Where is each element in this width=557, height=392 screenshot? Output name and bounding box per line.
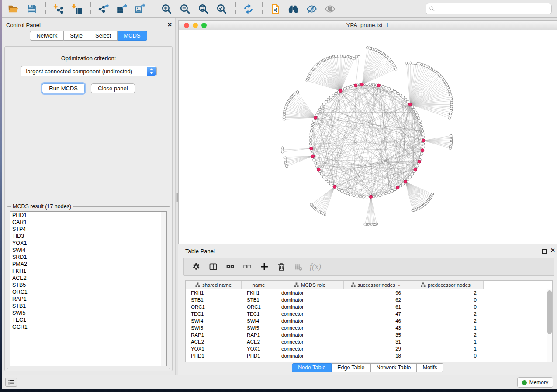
mcds-result-item[interactable]: STP4	[10, 226, 166, 233]
mcds-result-item[interactable]: SWI5	[10, 309, 166, 316]
export-network-icon[interactable]	[97, 3, 109, 15]
panel-splitter[interactable]	[175, 18, 178, 375]
cell-MCDS-role[interactable]: dominator	[276, 317, 344, 324]
cell-predecessor-nodes[interactable]: 2	[408, 289, 484, 296]
mcds-result-item[interactable]: YOX1	[10, 240, 166, 247]
mcds-result-item[interactable]: FKH1	[10, 268, 166, 275]
zoom-selected-icon[interactable]	[215, 3, 228, 15]
mcds-result-item[interactable]: RAP1	[10, 296, 166, 303]
cell-successor-nodes[interactable]: 35	[344, 331, 408, 338]
cell-predecessor-nodes[interactable]: 0	[408, 296, 484, 303]
save-icon[interactable]	[25, 3, 38, 15]
mcds-result-item[interactable]: PHD1	[10, 212, 166, 219]
network-canvas[interactable]	[178, 30, 557, 244]
table-row[interactable]: ORC1ORC1dominator610	[186, 303, 552, 310]
maximize-traffic-light-icon[interactable]	[201, 23, 207, 28]
optimization-criterion-dropdown[interactable]: largest connected component (undirected)	[21, 66, 157, 76]
tab-style[interactable]: Style	[64, 31, 89, 41]
tab-node-table[interactable]: Node Table	[292, 363, 332, 372]
cell-shared-name[interactable]: ACE2	[186, 338, 242, 345]
cell-shared-name[interactable]: SWI5	[186, 324, 242, 331]
open-folder-icon[interactable]	[7, 3, 19, 15]
mcds-result-item[interactable]: GCR1	[10, 323, 166, 330]
cell-shared-name[interactable]: FKH1	[186, 289, 242, 296]
table-row[interactable]: FKH1FKH1dominator962	[186, 289, 552, 296]
cell-MCDS-role[interactable]: connector	[276, 310, 344, 317]
table-scrollbar-thumb[interactable]	[547, 290, 552, 334]
cell-name[interactable]: STB1	[242, 296, 276, 303]
network-window-titlebar[interactable]: YPA_prune.txt_1	[178, 20, 557, 30]
cell-predecessor-nodes[interactable]: 2	[408, 317, 484, 324]
select-all-icon[interactable]	[225, 261, 235, 272]
cell-name[interactable]: PHD1	[242, 352, 276, 359]
mcds-result-item[interactable]: STB1	[10, 303, 166, 309]
cell-name[interactable]: ORC1	[242, 303, 276, 310]
memory-button[interactable]: Memory	[517, 377, 553, 388]
task-history-button[interactable]	[5, 378, 17, 387]
cell-name[interactable]: ACE2	[242, 338, 276, 345]
column-header-successor-nodes[interactable]: successor nodes⌄	[344, 281, 408, 289]
cell-name[interactable]: SWI4	[242, 317, 276, 324]
mcds-result-item[interactable]: SRD1	[10, 254, 166, 261]
cell-successor-nodes[interactable]: 29	[344, 345, 408, 352]
cell-shared-name[interactable]: YOX1	[186, 345, 242, 352]
table-row[interactable]: STB1STB1dominator620	[186, 296, 552, 303]
cell-predecessor-nodes[interactable]: 1	[408, 324, 484, 331]
search-box[interactable]	[426, 3, 552, 14]
cell-predecessor-nodes[interactable]: 1	[408, 345, 484, 352]
cell-MCDS-role[interactable]: dominator	[276, 352, 344, 359]
binoculars-icon[interactable]	[287, 3, 299, 15]
cell-MCDS-role[interactable]: connector	[276, 345, 344, 352]
hide-details-eye-icon[interactable]	[305, 3, 318, 15]
cell-successor-nodes[interactable]: 96	[344, 289, 408, 296]
search-input[interactable]	[435, 4, 551, 13]
mcds-result-item[interactable]: PMA2	[10, 261, 166, 268]
mcds-result-item[interactable]: TID3	[10, 233, 166, 240]
deselect-all-icon[interactable]	[242, 261, 253, 272]
tab-motifs[interactable]: Motifs	[417, 363, 443, 372]
cell-MCDS-role[interactable]: dominator	[276, 289, 344, 296]
share-document-icon[interactable]	[269, 3, 281, 15]
add-icon[interactable]	[259, 261, 270, 272]
close-table-panel-icon[interactable]: ✕	[550, 248, 555, 253]
show-columns-icon[interactable]	[208, 261, 218, 272]
cell-successor-nodes[interactable]: 61	[344, 303, 408, 310]
cell-name[interactable]: YOX1	[242, 345, 276, 352]
cell-shared-name[interactable]: TEC1	[186, 310, 242, 317]
mcds-result-item[interactable]: CAR1	[10, 219, 166, 226]
tab-network-table[interactable]: Network Table	[371, 363, 417, 372]
table-scrollbar[interactable]	[547, 289, 552, 362]
network-graph[interactable]	[179, 30, 557, 244]
cell-predecessor-nodes[interactable]: 2	[408, 331, 484, 338]
trash-icon[interactable]	[276, 261, 287, 272]
tab-mcds[interactable]: MCDS	[118, 31, 147, 41]
import-table-icon[interactable]	[70, 3, 83, 15]
cell-MCDS-role[interactable]: dominator	[276, 296, 344, 303]
run-mcds-button[interactable]: Run MCDS	[42, 83, 85, 93]
float-table-panel-icon[interactable]	[542, 249, 547, 254]
mcds-result-item[interactable]: TEC1	[10, 316, 166, 323]
mcds-result-list[interactable]: PHD1CAR1STP4TID3YOX1SWI4SRD1PMA2FKH1ACE2…	[10, 211, 167, 366]
refresh-icon[interactable]	[242, 3, 254, 15]
cell-shared-name[interactable]: ORC1	[186, 303, 242, 310]
cell-MCDS-role[interactable]: connector	[276, 324, 344, 331]
cell-shared-name[interactable]: PHD1	[186, 352, 242, 359]
cell-shared-name[interactable]: STB1	[186, 296, 242, 303]
cell-name[interactable]: FKH1	[242, 289, 276, 296]
zoom-out-icon[interactable]	[179, 3, 191, 15]
cell-shared-name[interactable]: SWI4	[186, 317, 242, 324]
close-panel-icon[interactable]: ✕	[167, 22, 172, 28]
splitter-handle-icon[interactable]	[176, 193, 178, 202]
table-row[interactable]: SWI4SWI4dominator462	[186, 317, 552, 324]
cell-predecessor-nodes[interactable]: 0	[408, 352, 484, 359]
minimize-traffic-light-icon[interactable]	[193, 23, 198, 28]
cell-predecessor-nodes[interactable]: 1	[408, 338, 484, 345]
cell-successor-nodes[interactable]: 43	[344, 324, 408, 331]
cell-MCDS-role[interactable]: dominator	[276, 331, 344, 338]
table-row[interactable]: YOX1YOX1connector291	[186, 345, 552, 352]
cell-successor-nodes[interactable]: 31	[344, 338, 408, 345]
mcds-result-item[interactable]: STB5	[10, 282, 166, 289]
cell-predecessor-nodes[interactable]: 2	[408, 310, 484, 317]
column-header-name[interactable]: name	[242, 281, 276, 289]
mcds-result-item[interactable]: SWI4	[10, 247, 166, 254]
